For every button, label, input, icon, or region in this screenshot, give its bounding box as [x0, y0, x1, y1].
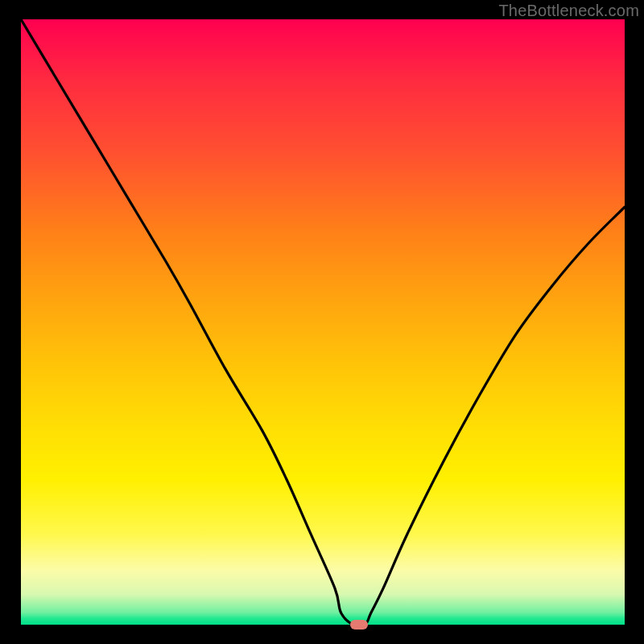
plot-area — [21, 19, 625, 625]
curve-path — [21, 19, 625, 625]
bottleneck-curve — [21, 19, 625, 625]
watermark-text: TheBottleneck.com — [498, 2, 639, 20]
chart-frame: TheBottleneck.com — [0, 0, 644, 644]
optimal-marker — [350, 620, 368, 630]
